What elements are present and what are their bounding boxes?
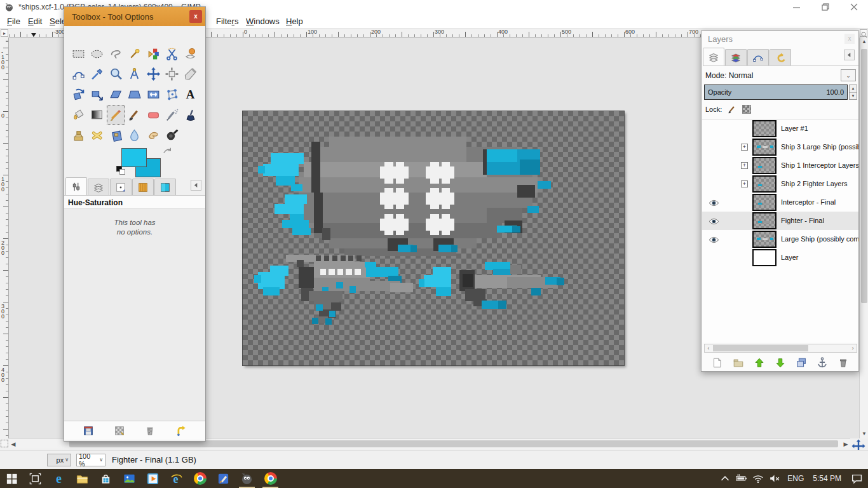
- tool-clone[interactable]: [70, 126, 87, 144]
- new-group-button[interactable]: [732, 356, 745, 369]
- zoom-follow-window-button[interactable]: [860, 29, 867, 37]
- tool-zoom[interactable]: [107, 65, 125, 83]
- layer-row-interceptor-final[interactable]: Interceptor - Final: [702, 193, 858, 212]
- opacity-spinner[interactable]: ▲▼: [849, 85, 857, 100]
- tab-channels[interactable]: [725, 49, 747, 65]
- action-center-icon[interactable]: [850, 472, 864, 485]
- menu-filters[interactable]: Filters: [214, 15, 240, 27]
- lower-layer-button[interactable]: [774, 356, 787, 369]
- visibility-eye-icon[interactable]: [708, 217, 720, 225]
- layer-thumbnail[interactable]: [752, 212, 776, 229]
- mode-dropdown-button[interactable]: ⌄: [841, 69, 856, 81]
- tab-layers-dock[interactable]: [88, 179, 109, 195]
- quick-mask-toggle[interactable]: [1, 440, 8, 447]
- tool-pencil[interactable]: [107, 105, 125, 124]
- zoom-dropdown[interactable]: 100 %∨: [76, 454, 105, 466]
- tool-ink[interactable]: [182, 105, 199, 124]
- tab-gradients[interactable]: [154, 179, 176, 195]
- tool-fuzzy-select[interactable]: [126, 44, 143, 63]
- taskbar-store[interactable]: [94, 469, 118, 488]
- delete-layer-button[interactable]: [837, 356, 850, 369]
- wifi-icon[interactable]: [752, 472, 764, 485]
- clock[interactable]: 5:54 PM: [810, 474, 844, 483]
- tab-brushes[interactable]: [110, 179, 132, 195]
- tool-free-select[interactable]: [107, 44, 125, 63]
- save-options-button[interactable]: [82, 424, 95, 437]
- tool-move[interactable]: [145, 65, 162, 83]
- taskbar-edge[interactable]: e: [47, 469, 71, 488]
- layer-thumbnail[interactable]: [752, 231, 776, 248]
- tool-shear[interactable]: [107, 85, 125, 104]
- group-expander[interactable]: +: [741, 180, 748, 187]
- duplicate-layer-button[interactable]: [795, 356, 808, 369]
- battery-icon[interactable]: [735, 472, 748, 485]
- taskbar-file-explorer[interactable]: [71, 469, 94, 488]
- layer-row-fighter-final[interactable]: Fighter - Final: [702, 212, 858, 230]
- group-expander[interactable]: +: [741, 162, 748, 169]
- tool-gradient[interactable]: [88, 105, 105, 124]
- visibility-eye-icon[interactable]: [708, 235, 720, 243]
- tool-airbrush[interactable]: [163, 105, 180, 124]
- scroll-up-arrow[interactable]: ▲: [860, 37, 868, 46]
- taskbar-gimp[interactable]: [235, 469, 259, 488]
- vertical-scrollbar[interactable]: ▲ ▼: [859, 37, 868, 438]
- menu-edit[interactable]: Edit: [26, 15, 44, 27]
- tool-bucket-fill[interactable]: [70, 105, 87, 124]
- layer-thumbnail[interactable]: [752, 175, 776, 193]
- layer-row-ship-2-fighter-layers[interactable]: +Ship 2 Fighter Layers: [702, 175, 858, 193]
- swap-colors-button[interactable]: [162, 146, 172, 154]
- tool-paintbrush[interactable]: [126, 105, 143, 124]
- toolbox-close-button[interactable]: x: [189, 10, 202, 23]
- taskbar-internet-explorer[interactable]: e: [165, 469, 188, 488]
- tab-paths[interactable]: [747, 49, 769, 65]
- layers-scroll-left[interactable]: ‹: [705, 344, 712, 352]
- opacity-spin-up[interactable]: ▲: [850, 85, 857, 92]
- tab-tool-options[interactable]: [65, 177, 87, 195]
- toolbox-titlebar[interactable]: Toolbox - Tool Options x: [64, 7, 205, 26]
- default-colors-button[interactable]: [116, 166, 126, 176]
- tool-eraser[interactable]: [145, 105, 162, 124]
- tool-perspective-clone[interactable]: [107, 126, 125, 144]
- taskbar-chrome[interactable]: [188, 469, 212, 488]
- tool-color-picker[interactable]: [88, 65, 105, 83]
- tool-align[interactable]: [163, 65, 180, 83]
- opacity-slider[interactable]: Opacity 100.0: [704, 85, 848, 100]
- layer-thumbnail[interactable]: [752, 157, 776, 174]
- scroll-left-arrow[interactable]: ◀: [9, 439, 18, 449]
- tool-perspective[interactable]: [126, 85, 143, 104]
- layer-row-layer-1[interactable]: Layer #1: [702, 119, 858, 138]
- tab-patterns[interactable]: [132, 179, 154, 195]
- layer-thumbnail[interactable]: [752, 139, 776, 156]
- ruler-corner-menu-button[interactable]: ▸: [1, 29, 8, 37]
- lock-alpha-button[interactable]: [742, 105, 751, 114]
- tool-flip[interactable]: [145, 85, 162, 104]
- taskbar-media-player[interactable]: [141, 469, 165, 488]
- layers-dialog-close-button[interactable]: x: [844, 34, 855, 44]
- tool-select-by-color[interactable]: [145, 44, 162, 63]
- menu-file[interactable]: File: [5, 15, 22, 27]
- tool-rotate[interactable]: [70, 85, 87, 104]
- group-expander[interactable]: +: [741, 144, 748, 151]
- taskbar-paint[interactable]: [212, 469, 235, 488]
- menu-windows[interactable]: Windows: [244, 15, 281, 27]
- layer-thumbnail[interactable]: [752, 120, 776, 137]
- layer-row-layer[interactable]: Layer: [702, 248, 858, 267]
- tool-rectangle-select[interactable]: [70, 44, 87, 63]
- layer-row-large-ship-possibly-comma[interactable]: Large Ship (possibly comma: [702, 230, 858, 248]
- unit-dropdown[interactable]: px∨: [47, 454, 71, 466]
- layer-row-ship-3-large-ship-possibly-c[interactable]: +Ship 3 Large Ship (possibly c: [702, 138, 858, 156]
- visibility-eye-icon[interactable]: [708, 198, 720, 207]
- image-canvas[interactable]: [243, 111, 624, 365]
- dock-collapse-button[interactable]: [191, 180, 201, 191]
- anchor-layer-button[interactable]: [816, 356, 829, 369]
- layers-dock-collapse-button[interactable]: [844, 50, 855, 60]
- layer-thumbnail[interactable]: [752, 249, 776, 266]
- tool-ellipse-select[interactable]: [88, 44, 105, 63]
- language-indicator[interactable]: ENG: [785, 474, 806, 483]
- lock-pixels-button[interactable]: [727, 104, 737, 114]
- layers-scroll-right[interactable]: ›: [849, 344, 857, 352]
- foreground-color-swatch[interactable]: [121, 148, 147, 167]
- taskbar-photos[interactable]: [118, 469, 141, 488]
- volume-muted-icon[interactable]: [768, 472, 781, 485]
- tool-scissors-select[interactable]: [163, 44, 180, 63]
